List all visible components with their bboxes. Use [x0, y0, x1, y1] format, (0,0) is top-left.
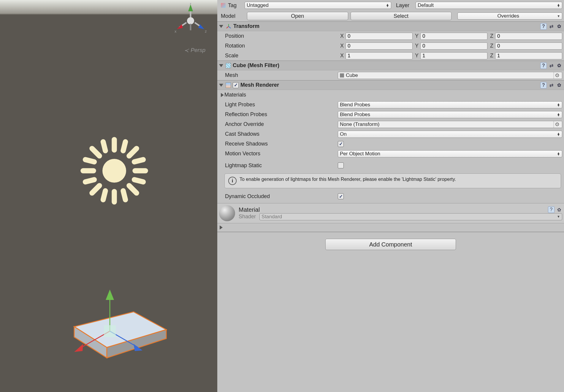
object-picker-icon[interactable]: ⊙	[554, 72, 560, 79]
meshrenderer-header[interactable]: Mesh Renderer ?⇄✿	[217, 80, 564, 90]
lightprobes-dropdown[interactable]: Blend Probes▲▼	[338, 101, 562, 108]
foldout-icon[interactable]	[219, 25, 223, 28]
svg-line-39	[229, 26, 231, 28]
dynamicoccluded-label: Dynamic Occluded	[225, 193, 338, 200]
svg-marker-0	[188, 4, 193, 11]
object-picker-icon[interactable]: ⊙	[554, 121, 560, 128]
foldout-icon[interactable]	[219, 64, 223, 67]
position-label: Position	[225, 33, 338, 39]
model-label: Model	[221, 13, 245, 19]
preset-icon[interactable]: ⇄	[548, 62, 555, 69]
tag-label: Tag	[228, 2, 242, 9]
add-component-button[interactable]: Add Component	[325, 239, 456, 250]
svg-marker-33	[74, 344, 83, 352]
rotation-label: Rotation	[225, 43, 338, 49]
light-gizmo-icon[interactable]	[77, 134, 151, 208]
svg-line-23	[85, 160, 94, 162]
mesh-label: Mesh	[225, 72, 338, 78]
svg-line-16	[129, 186, 137, 193]
anchor-label: Anchor Override	[225, 121, 338, 127]
gear-icon[interactable]: ✿	[556, 23, 562, 30]
svg-line-26	[134, 180, 143, 182]
svg-rect-36	[104, 325, 116, 337]
selected-object-cube[interactable]	[50, 279, 175, 377]
info-icon: i	[228, 177, 237, 185]
svg-line-22	[123, 191, 126, 200]
overrides-dropdown[interactable]: Overrides▼	[457, 12, 562, 20]
castshadows-label: Cast Shadows	[225, 131, 338, 137]
mesh-field[interactable]: Cube⊙	[338, 72, 562, 79]
reflectionprobes-dropdown[interactable]: Blend Probes▲▼	[338, 111, 562, 118]
svg-marker-30	[106, 290, 114, 300]
position-y[interactable]	[420, 33, 487, 40]
foldout-icon[interactable]	[219, 84, 223, 87]
svg-text:z: z	[205, 29, 207, 34]
svg-line-38	[226, 26, 229, 28]
gear-icon[interactable]: ✿	[556, 82, 562, 88]
layer-dropdown[interactable]: Default▲▼	[416, 2, 562, 9]
scene-view[interactable]: y x z ≺Persp	[0, 0, 217, 392]
help-icon[interactable]: ?	[540, 82, 547, 88]
position-z[interactable]	[495, 33, 562, 40]
lightmap-label: Lightmap Static	[225, 162, 338, 169]
dynamicoccluded-checkbox[interactable]	[338, 193, 344, 199]
help-icon[interactable]: ?	[540, 23, 547, 30]
material-header[interactable]: Material ?✿ Shader Standard▼	[217, 203, 564, 223]
meshfilter-header[interactable]: Cube (Mesh Filter) ?⇄✿	[217, 61, 564, 70]
meshfilter-icon	[226, 63, 231, 68]
scale-y[interactable]	[420, 52, 487, 59]
svg-line-15	[92, 148, 99, 156]
svg-line-21	[103, 191, 106, 200]
lightprobes-label: Light Probes	[225, 102, 338, 108]
svg-line-18	[129, 148, 137, 156]
material-preview-icon	[219, 205, 235, 221]
axis-y-label: y	[190, 3, 192, 5]
shader-label: Shader	[239, 214, 256, 220]
transform-header[interactable]: Transform ?⇄✿	[217, 21, 564, 31]
info-box: iTo enable generation of lightmaps for t…	[224, 173, 561, 188]
persp-label[interactable]: ≺Persp	[184, 47, 205, 54]
tag-dropdown[interactable]: Untagged▲▼	[245, 2, 391, 9]
preset-icon[interactable]: ⇄	[548, 82, 555, 88]
svg-line-19	[103, 142, 106, 151]
view-gizmo[interactable]: y x z ≺Persp	[173, 3, 208, 45]
scale-label: Scale	[225, 53, 338, 59]
svg-line-17	[92, 186, 99, 193]
castshadows-dropdown[interactable]: On▲▼	[338, 131, 562, 138]
gear-icon[interactable]: ✿	[556, 206, 562, 213]
help-icon[interactable]: ?	[540, 62, 547, 69]
svg-line-20	[123, 142, 126, 151]
material-foldout[interactable]	[220, 225, 223, 230]
motionvectors-dropdown[interactable]: Per Object Motion▲▼	[338, 150, 562, 157]
svg-text:x: x	[175, 29, 177, 34]
preset-icon[interactable]: ⇄	[548, 23, 555, 30]
meshrenderer-icon	[226, 83, 231, 88]
rotation-z[interactable]	[495, 42, 562, 50]
inspector-panel: Tag Untagged▲▼ Layer Default▲▼ Model Ope…	[217, 0, 564, 392]
help-icon[interactable]: ?	[548, 206, 555, 213]
anchor-field[interactable]: None (Transform)⊙	[338, 121, 562, 128]
lightmap-checkbox[interactable]	[338, 162, 344, 168]
prefab-icon	[221, 3, 226, 8]
receiveshadows-label: Receive Shadows	[225, 141, 338, 147]
shader-dropdown[interactable]: Standard▼	[259, 213, 562, 220]
open-button[interactable]: Open	[247, 12, 348, 20]
receiveshadows-checkbox[interactable]	[338, 141, 344, 147]
scale-z[interactable]	[495, 52, 562, 59]
layer-label: Layer	[396, 2, 413, 9]
select-button[interactable]: Select	[351, 12, 452, 20]
transform-icon	[226, 23, 232, 29]
position-x[interactable]	[346, 33, 413, 40]
svg-point-2	[187, 17, 194, 24]
svg-line-24	[85, 180, 94, 182]
rotation-y[interactable]	[420, 42, 487, 50]
motionvectors-label: Motion Vectors	[225, 151, 338, 157]
materials-label: Materials	[224, 92, 246, 98]
rotation-x[interactable]	[346, 42, 413, 50]
renderer-enabled-checkbox[interactable]	[233, 82, 239, 88]
svg-line-25	[134, 160, 143, 162]
gear-icon[interactable]: ✿	[556, 62, 562, 69]
scale-x[interactable]	[346, 52, 413, 59]
materials-foldout[interactable]	[221, 93, 224, 97]
reflectionprobes-label: Reflection Probes	[225, 111, 338, 118]
